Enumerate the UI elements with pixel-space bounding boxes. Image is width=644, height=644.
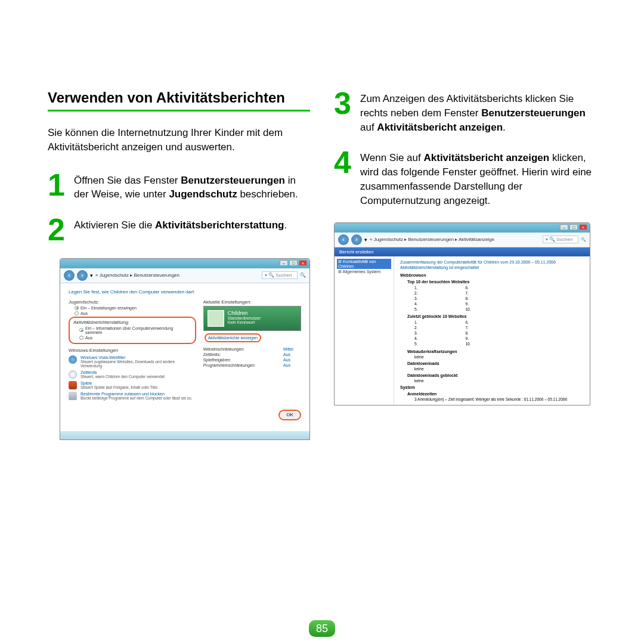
t: Wenn Sie auf <box>360 152 423 163</box>
t: Suchen <box>556 237 572 242</box>
n: 4. <box>414 301 417 306</box>
left-column: Verwenden von Aktivitätsberichten Sie kö… <box>48 89 310 440</box>
window-titlebar: – □ × <box>60 259 309 268</box>
n: 5. <box>414 306 417 312</box>
back-button[interactable]: ‹ <box>64 270 75 281</box>
screenshot-activity-report: – □ × ‹ › ▾ « Jugendschutz ▸ Benutzerste… <box>334 222 590 405</box>
n: 1. <box>414 285 417 290</box>
timelimits-item[interactable]: ZeitlimitsSteuert, wann Children den Com… <box>69 370 196 379</box>
step-number: 1 <box>48 171 68 199</box>
t: Ein – Informationen über Computerverwend… <box>85 326 191 335</box>
search-input[interactable]: ▾ 🔍 Suchen <box>543 236 578 243</box>
n: 7. <box>465 325 470 330</box>
instruction-text: Legen Sie fest, wie Children den Compute… <box>69 289 301 295</box>
value-none: keine <box>414 379 584 383</box>
n: 2. <box>414 325 417 330</box>
cfg-row: Zeitlimits:Aus <box>203 352 301 357</box>
step-1: 1 Öffnen Sie das Fenster Benutzersteueru… <box>48 171 310 202</box>
highlight-activity-reporting: Aktivitätsberichterstattung: Ein – Infor… <box>69 317 196 344</box>
ok-button[interactable]: OK <box>278 410 301 420</box>
n: 3. <box>414 296 417 301</box>
t: Benutzersteuerungen <box>481 107 586 119</box>
search-input[interactable]: ▾ 🔍 Suchen <box>262 271 298 279</box>
t: Programmeinschränkungen: <box>203 363 283 367</box>
tree-item-selected[interactable]: ⊞ Kontoaktivität von Children <box>337 259 391 269</box>
login-note: 3 Anmeldung(en) – Zeit insgesamt: Wenige… <box>414 397 584 401</box>
t: Benutzersteuerungen <box>181 175 285 186</box>
breadcrumb[interactable]: « Jugendschutz ▸ Benutzersteuerungen <box>95 273 179 278</box>
tree-panel: ⊞ Kontoaktivität von Children ⊞ Allgemei… <box>335 256 394 405</box>
t: Aus <box>283 363 301 367</box>
n: 2. <box>414 290 417 296</box>
globe-icon <box>69 355 77 364</box>
close-button[interactable]: × <box>579 224 587 230</box>
clock-icon <box>69 370 77 379</box>
n: 9. <box>465 336 470 341</box>
option-label: Aktuelle Einstellungen: <box>203 299 301 305</box>
t: Jugendschutz <box>169 188 237 200</box>
t: Zeitlimits: <box>203 352 283 357</box>
webfilter-item[interactable]: Windows Vista-WebfilterSteuert zugelasse… <box>69 355 196 368</box>
minimize-button[interactable]: – <box>280 260 288 266</box>
section-downloads-blocked: Dateidownloads geblockt <box>407 373 584 377</box>
link-activity-reports[interactable]: Aktivitätsberichte anzeigen <box>205 333 261 342</box>
user-role: Standardbenutzer <box>228 316 261 320</box>
menu-bar[interactable]: Bericht erstellen <box>335 247 590 256</box>
t: beschrieben. <box>237 188 298 200</box>
t: Aus <box>283 352 301 357</box>
n: 10. <box>465 306 470 312</box>
radio-activity-on[interactable]: Ein – Informationen über Computerverwend… <box>79 326 191 335</box>
cfg-row: Webeinschränkungen:Mittel <box>203 347 301 351</box>
intro-text: Sie können die Internetnutzung Ihrer Kin… <box>48 126 310 154</box>
n: 3. <box>414 330 417 336</box>
n: 8. <box>465 330 470 336</box>
t: Aktivitätsberichterstattung <box>155 219 284 231</box>
n: 5. <box>414 341 417 346</box>
section-downloads: Dateidownloads <box>407 361 584 366</box>
user-password: Kein Kennwort <box>228 320 261 324</box>
step-text: Öffnen Sie das Fenster Benutzersteuerung… <box>74 171 310 202</box>
maximize-button[interactable]: □ <box>289 260 298 266</box>
user-name: Children <box>228 310 261 316</box>
numbered-list: 1.2.3.4.5. 6.7.8.9.10. <box>414 320 584 346</box>
window-titlebar: – □ × <box>335 223 590 233</box>
t: Steuert zugelassene Websites, Downloads … <box>80 360 196 368</box>
t: Suchen <box>275 273 292 278</box>
radio-jugendschutz-off[interactable]: Aus <box>75 311 196 315</box>
avatar <box>208 310 224 327</box>
minimize-button[interactable]: – <box>560 224 568 230</box>
address-bar: ‹ › ▾ « Jugendschutz ▸ Benutzersteuerung… <box>60 268 309 283</box>
step-number: 3 <box>334 89 354 117</box>
cfg-row: Spielfreigaben:Aus <box>203 358 301 362</box>
step-number: 2 <box>48 216 68 244</box>
n: 9. <box>465 301 470 306</box>
tree-item[interactable]: ⊞ Allgemeines System <box>337 269 391 275</box>
right-column: 3 Zum Anzeigen des Aktivitätsberichts kl… <box>334 89 596 440</box>
t: Öffnen Sie das Fenster <box>74 175 181 186</box>
maximize-button[interactable]: □ <box>569 224 578 230</box>
forward-button[interactable]: › <box>351 234 362 245</box>
step-text: Zum Anzeigen des Aktivitätsberichts klic… <box>360 89 596 134</box>
section-logintimes: Anmeldezeiten <box>407 392 584 396</box>
games-item[interactable]: SpieleSteuert Spiele laut Freigabe, Inha… <box>69 381 196 389</box>
radio-activity-off[interactable]: Aus <box>79 336 191 340</box>
breadcrumb[interactable]: « Jugendschutz ▸ Benutzersteuerungen ▸ A… <box>370 237 494 242</box>
forward-button[interactable]: › <box>77 270 88 281</box>
n: 4. <box>414 336 417 341</box>
step-text: Wenn Sie auf Aktivitätsbericht anzeigen … <box>360 148 596 208</box>
back-button[interactable]: ‹ <box>338 234 349 245</box>
close-button[interactable]: × <box>299 260 307 266</box>
step-2: 2 Aktivieren Sie die Aktivitätsberichter… <box>48 216 310 244</box>
option-label: Jugendschutz: <box>69 299 196 305</box>
radio-jugendschutz-on[interactable]: Ein – Einstellungen erzwingen <box>75 306 196 310</box>
programs-item[interactable]: Bestimmte Programme zulassen und blocken… <box>69 392 196 400</box>
step-number: 4 <box>334 148 354 177</box>
t: Aktivitätsbericht anzeigen <box>377 122 503 133</box>
games-icon <box>69 381 77 389</box>
t: Kontoaktivität von Children <box>338 259 376 268</box>
t: Allgemeines System <box>343 270 380 274</box>
report-panel: Zusammenfassung der Computeraktivität fü… <box>394 256 590 405</box>
t: Aus <box>283 358 301 362</box>
t: Aus <box>85 336 92 340</box>
section-system: System <box>400 385 584 389</box>
